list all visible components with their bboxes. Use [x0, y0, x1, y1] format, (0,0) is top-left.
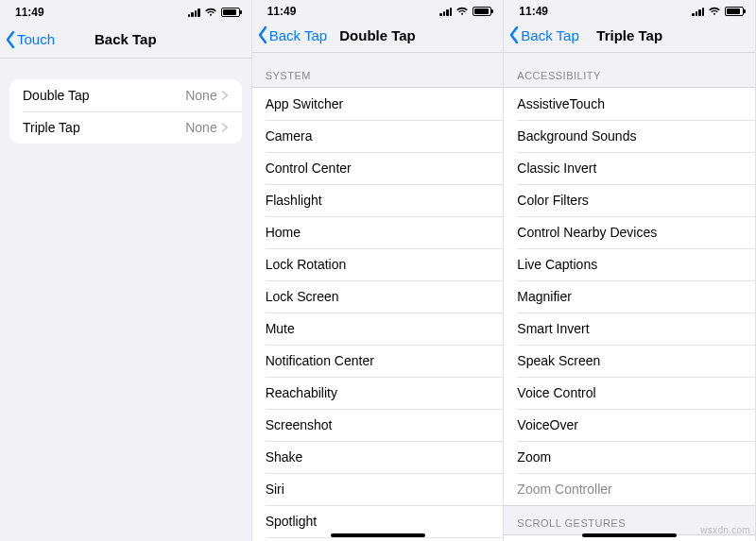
home-indicator — [582, 533, 677, 537]
list-row[interactable]: App Switcher — [252, 88, 504, 120]
list-row[interactable]: Notification Center — [252, 345, 504, 377]
row-label: Screenshot — [266, 417, 333, 432]
status-bar: 11:49 — [252, 0, 504, 19]
list-row[interactable]: Voice Control — [504, 377, 755, 409]
back-button[interactable]: Back Tap — [252, 25, 327, 44]
row-label: Flashlight — [266, 193, 322, 208]
content: SYSTEM App Switcher Camera Control Cente… — [252, 53, 504, 541]
section-header: SYSTEM — [252, 53, 504, 87]
list-row[interactable]: VoiceOver — [504, 409, 755, 441]
row-label: Notification Center — [266, 353, 374, 368]
row-label: Control Center — [266, 161, 352, 176]
row-label: Background Sounds — [517, 128, 636, 144]
wifi-icon — [455, 7, 469, 16]
phone-screen: 11:49 Back Tap Double Tap SYSTEM App Swi… — [252, 0, 505, 541]
list-row[interactable]: Volume Down — [252, 537, 504, 541]
row-label: Reachability — [266, 385, 337, 400]
list-group: App Switcher Camera Control Center Flash… — [252, 87, 504, 541]
row-label: Mute — [266, 321, 295, 336]
chevron-left-icon — [256, 25, 269, 44]
list-row[interactable]: Smart Invert — [504, 313, 755, 345]
signal-icon — [439, 8, 452, 16]
battery-icon — [725, 7, 744, 16]
battery-icon — [472, 7, 491, 16]
battery-icon — [221, 8, 240, 17]
row-label: Lock Rotation — [266, 257, 347, 272]
row-label: Camera — [266, 128, 313, 144]
list-row[interactable]: Triple TapNone — [9, 111, 242, 144]
status-time: 11:49 — [519, 5, 548, 18]
list-row[interactable]: Background Sounds — [504, 120, 755, 152]
signal-icon — [692, 8, 704, 16]
list-row[interactable]: Magnifier — [504, 280, 755, 313]
row-value: None — [185, 88, 228, 103]
row-label: Magnifier — [517, 289, 572, 304]
list-row[interactable]: Mute — [252, 313, 504, 345]
row-value: None — [185, 120, 228, 135]
row-label: Zoom — [517, 449, 551, 465]
list-row[interactable]: Live Captions — [504, 248, 755, 280]
row-label: Shake — [266, 449, 303, 465]
nav-header: Back Tap Double Tap — [252, 19, 504, 53]
chevron-left-icon — [507, 25, 521, 44]
row-label: Live Captions — [517, 257, 597, 272]
watermark: wsxdn.com — [700, 525, 750, 535]
list-row[interactable]: AssistiveTouch — [504, 88, 755, 120]
status-bar: 11:49 — [0, 0, 251, 21]
list-row[interactable]: Home — [252, 216, 504, 248]
back-label: Back Tap — [521, 27, 578, 43]
row-label: Lock Screen — [266, 289, 339, 304]
back-button[interactable]: Touch — [0, 30, 55, 49]
row-label: App Switcher — [266, 96, 343, 111]
list-row[interactable]: Lock Screen — [252, 280, 504, 313]
list-row[interactable]: Siri — [252, 473, 504, 505]
back-button[interactable]: Back Tap — [504, 25, 578, 44]
row-label: Control Nearby Devices — [517, 225, 657, 240]
list-row[interactable]: Speak Screen — [504, 345, 755, 377]
content: Double TapNone Triple TapNone — [0, 59, 251, 541]
row-label: AssistiveTouch — [517, 96, 605, 111]
list-row[interactable]: Control Nearby Devices — [504, 216, 755, 248]
row-label: Smart Invert — [517, 321, 589, 336]
list-row[interactable]: Control Center — [252, 152, 504, 184]
back-label: Touch — [17, 31, 55, 47]
status-bar: 11:49 — [504, 0, 755, 19]
list-row[interactable]: Zoom Controller — [504, 473, 755, 505]
nav-header: Touch Back Tap — [0, 21, 251, 59]
row-label: Voice Control — [517, 385, 595, 400]
list-row[interactable]: Shake — [252, 441, 504, 473]
home-indicator — [331, 533, 425, 537]
status-icons — [188, 8, 240, 17]
list-row[interactable]: Reachability — [252, 377, 504, 409]
list-row[interactable]: Classic Invert — [504, 152, 755, 184]
wifi-icon — [204, 8, 217, 17]
status-icons — [439, 7, 491, 16]
row-label: Spotlight — [266, 514, 317, 529]
list-row[interactable]: Screenshot — [252, 409, 504, 441]
list-row[interactable]: Camera — [252, 120, 504, 152]
status-time: 11:49 — [267, 5, 297, 18]
row-label: Zoom Controller — [517, 482, 611, 497]
content: ACCESSIBILITY AssistiveTouch Background … — [504, 53, 755, 541]
row-label: VoiceOver — [517, 417, 578, 432]
phone-screen: 11:49 Touch Back Tap Double TapNone Trip… — [0, 0, 252, 541]
row-label: Home — [266, 225, 301, 240]
list-row[interactable]: Spotlight — [252, 505, 504, 537]
row-label: Classic Invert — [517, 161, 596, 176]
section-header: ACCESSIBILITY — [504, 53, 755, 87]
chevron-right-icon — [221, 90, 229, 101]
nav-header: Back Tap Triple Tap — [504, 19, 755, 53]
row-label: Triple Tap — [23, 120, 80, 135]
wifi-icon — [708, 7, 721, 16]
list-row[interactable]: Color Filters — [504, 184, 755, 216]
phone-screen: 11:49 Back Tap Triple Tap ACCESSIBILITY … — [504, 0, 756, 541]
status-time: 11:49 — [15, 6, 44, 19]
list-row[interactable]: Lock Rotation — [252, 248, 504, 280]
row-label: Color Filters — [517, 193, 588, 208]
status-icons — [692, 7, 744, 16]
list-row[interactable]: Zoom — [504, 441, 755, 473]
row-label: Siri — [266, 482, 284, 497]
signal-icon — [188, 8, 200, 17]
list-row[interactable]: Double TapNone — [9, 79, 242, 111]
list-row[interactable]: Flashlight — [252, 184, 504, 216]
